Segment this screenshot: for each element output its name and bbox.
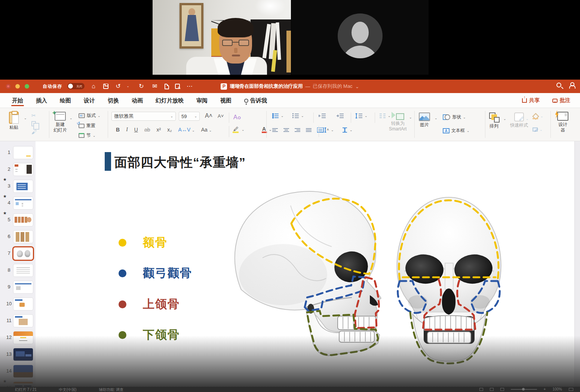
picture-button[interactable]: 图片: [419, 112, 430, 128]
slide-thumbnail-15[interactable]: ★15: [0, 380, 36, 387]
tab-绘图[interactable]: 绘图: [59, 94, 72, 108]
bullets-button[interactable]: ⌄: [272, 113, 284, 118]
save-as-icon[interactable]: [175, 84, 180, 89]
add-remove-columns-icon[interactable]: [317, 127, 324, 133]
align-center-icon[interactable]: [283, 128, 289, 133]
align-right-icon[interactable]: [295, 128, 301, 133]
character-spacing-icon[interactable]: A↔V ⌄: [178, 127, 195, 133]
slide-thumbnail-2[interactable]: 2: [0, 162, 36, 179]
decrease-font-icon[interactable]: A˅: [218, 113, 224, 119]
normal-view-icon[interactable]: [479, 388, 483, 391]
arrange-chevron-icon[interactable]: ⌄: [503, 117, 506, 121]
zoom-button[interactable]: [25, 84, 29, 89]
quick-styles-chevron-icon[interactable]: ⌄: [526, 117, 529, 121]
subscript-icon[interactable]: x₂: [167, 127, 172, 133]
new-document-icon[interactable]: [165, 84, 169, 89]
accessibility-status[interactable]: 辅助功能: 调查: [99, 387, 123, 392]
slide-thumbnail-6[interactable]: 6: [0, 229, 36, 246]
slide-thumbnail-1[interactable]: 1: [0, 145, 36, 162]
slide-sorter-view-icon[interactable]: [490, 388, 494, 391]
format-painter-icon[interactable]: 🖌: [31, 129, 37, 135]
fit-to-window-icon[interactable]: [569, 388, 573, 391]
undo-chevron-icon[interactable]: ⌄: [124, 82, 132, 90]
align-left-icon[interactable]: [272, 128, 278, 133]
title-chevron-icon[interactable]: ⌄: [355, 84, 359, 89]
font-color-icon[interactable]: A⌄: [262, 126, 272, 132]
superscript-icon[interactable]: x²: [157, 127, 161, 133]
paste-chevron-icon[interactable]: ⌄: [24, 116, 27, 120]
slide-thumbnail-11[interactable]: 11: [0, 313, 36, 330]
slide-thumbnail-4[interactable]: ★4: [0, 195, 36, 212]
shapes-button[interactable]: 形状⌄: [443, 114, 466, 120]
increase-indent-icon[interactable]: [337, 113, 344, 118]
tab-审阅[interactable]: 审阅: [196, 94, 208, 108]
mail-icon[interactable]: ✉: [151, 82, 159, 90]
designer-button[interactable]: 设计 器: [557, 112, 568, 133]
slide-thumbnail-10[interactable]: 10: [0, 296, 36, 313]
slide-thumbnail-13[interactable]: 13: [0, 347, 36, 364]
redo-icon[interactable]: ↻: [138, 82, 145, 90]
slide-thumbnail-14[interactable]: 14: [0, 364, 36, 380]
decrease-indent-icon[interactable]: [319, 113, 326, 118]
quick-styles-button[interactable]: 快速样式: [510, 112, 528, 128]
layout-button[interactable]: 版式⌄: [79, 112, 101, 119]
italic-icon[interactable]: I: [126, 127, 128, 133]
cut-icon[interactable]: ✂: [31, 112, 37, 118]
save-icon[interactable]: [103, 84, 108, 89]
arrange-button[interactable]: 排列: [489, 112, 499, 129]
paste-button[interactable]: 粘贴: [9, 112, 19, 130]
zoom-level[interactable]: 100%: [552, 387, 562, 391]
tab-开始[interactable]: 开始: [11, 94, 24, 108]
tab-动画[interactable]: 动画: [131, 94, 144, 108]
new-slide-button[interactable]: + 新建 幻灯片: [53, 112, 67, 133]
tab-插入[interactable]: 插入: [35, 94, 48, 108]
increase-font-icon[interactable]: A˄: [205, 112, 212, 119]
strikethrough-icon[interactable]: ab: [144, 127, 150, 133]
account-share-icon[interactable]: [569, 82, 575, 87]
copy-icon[interactable]: [31, 121, 36, 126]
justify-icon[interactable]: [306, 128, 312, 133]
smartart-chevron-icon[interactable]: ⌄: [409, 115, 412, 119]
slideshow-view-icon[interactable]: [500, 388, 504, 391]
reset-button[interactable]: 重置: [79, 123, 95, 129]
slide-thumbnail-5[interactable]: ★5: [0, 212, 36, 229]
zoom-in-icon[interactable]: +: [544, 387, 546, 391]
slide-thumbnail-8[interactable]: 8: [0, 263, 36, 280]
textbox-button[interactable]: 文本框⌄: [443, 127, 470, 134]
tab-告诉我[interactable]: 告诉我: [243, 94, 268, 108]
line-spacing-button[interactable]: ⌄: [355, 113, 368, 118]
section-button[interactable]: 节⌄: [79, 132, 96, 139]
home-icon[interactable]: ⌂: [90, 82, 97, 90]
slide-thumbnail-12[interactable]: 12: [0, 330, 36, 347]
slide-thumbnail-3[interactable]: ★3: [0, 179, 36, 195]
share-button[interactable]: 共享: [522, 97, 540, 104]
shape-fill-button[interactable]: ⌄: [533, 114, 543, 118]
align-text-button[interactable]: ⌄: [342, 127, 353, 133]
change-case-icon[interactable]: Aa ⌄: [201, 127, 212, 133]
text-highlight-icon[interactable]: 🖉⌄: [233, 126, 245, 132]
font-size-select[interactable]: 59⌄: [179, 112, 200, 121]
slide-thumbnail-7[interactable]: 7: [0, 246, 36, 263]
canvas-scrollbar[interactable]: [574, 141, 580, 387]
more-commands-icon[interactable]: ⋯: [186, 82, 193, 90]
convert-smartart-button[interactable]: 转换为 SmartArt: [389, 111, 406, 132]
comments-button[interactable]: 批注: [552, 97, 570, 104]
language-indicator[interactable]: 中文(中国): [59, 387, 77, 392]
autosave-toggle[interactable]: 关闭: [67, 83, 85, 89]
new-slide-chevron-icon[interactable]: ⌄: [70, 116, 73, 120]
text-direction-button[interactable]: A ⌄: [324, 127, 334, 133]
underline-icon[interactable]: U: [134, 127, 138, 133]
document-save-status[interactable]: 已保存到我的 Mac: [313, 83, 352, 90]
numbering-button[interactable]: ⌄: [292, 113, 304, 118]
tab-幻灯片放映[interactable]: 幻灯片放映: [155, 94, 184, 108]
picture-chevron-icon[interactable]: ⌄: [435, 116, 438, 120]
zoom-slider[interactable]: [511, 389, 537, 390]
tab-设计[interactable]: 设计: [83, 94, 96, 108]
font-name-select[interactable]: 微软雅黑⌄: [111, 112, 176, 121]
shape-outline-button[interactable]: ⌄: [533, 127, 543, 132]
tab-视图[interactable]: 视图: [220, 94, 232, 108]
slide-thumbnail-9[interactable]: 9: [0, 280, 36, 296]
clear-formatting-icon[interactable]: A๐: [233, 112, 241, 122]
undo-icon[interactable]: ↺: [114, 82, 122, 90]
minimize-button[interactable]: [15, 84, 20, 89]
